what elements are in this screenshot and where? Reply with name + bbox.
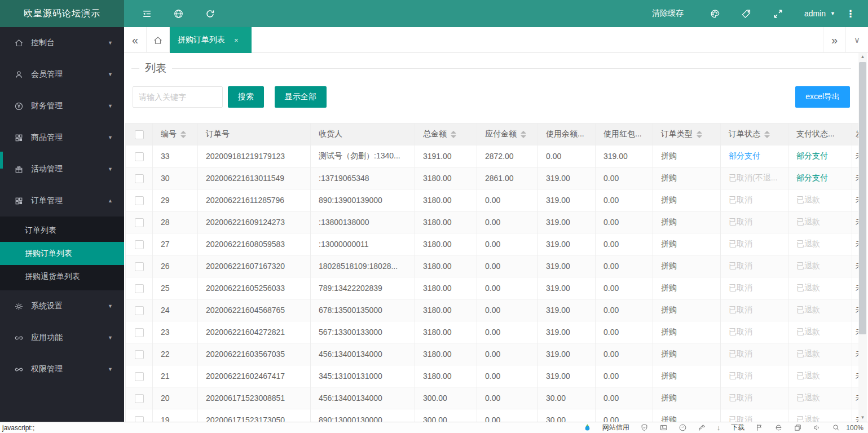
column-label: 总金额	[423, 129, 447, 139]
sort-icon[interactable]	[451, 131, 456, 138]
submenu-item-0[interactable]: 订单列表	[0, 219, 124, 242]
sidebar-item-6[interactable]: 系统设置	[0, 290, 124, 322]
tabs-scroll-right-button[interactable]	[823, 27, 845, 53]
sort-icon[interactable]	[697, 131, 702, 138]
home-tab[interactable]	[147, 27, 170, 53]
scroll-down-arrow[interactable]	[858, 414, 867, 422]
gauge-icon[interactable]	[678, 423, 687, 432]
refresh-icon[interactable]	[194, 8, 226, 19]
sidebar-item-3[interactable]: 商品管理	[0, 122, 124, 153]
down-arrow-icon[interactable]	[717, 423, 721, 432]
sort-icon[interactable]	[764, 131, 770, 138]
search-button[interactable]: 搜索	[228, 86, 264, 108]
row-select-cell	[126, 211, 153, 233]
user-menu[interactable]: admin	[804, 9, 835, 18]
vertical-scrollbar[interactable]	[858, 53, 867, 422]
column-header-3[interactable]: 总金额	[415, 123, 477, 145]
row-select-cell	[126, 189, 153, 211]
drop-icon[interactable]	[583, 423, 592, 432]
statusbar-label[interactable]: 下载	[731, 423, 744, 432]
palette-icon[interactable]	[699, 8, 731, 19]
sidebar-item-7[interactable]: 应用功能	[0, 322, 124, 354]
show-all-button[interactable]: 显示全部	[275, 86, 327, 108]
cell-order-status: 已取消	[721, 233, 788, 255]
row-checkbox[interactable]	[135, 262, 144, 271]
sidebar-item-4[interactable]: 活动管理	[0, 153, 124, 185]
submenu-item-2[interactable]: 拼购退货单列表	[0, 265, 124, 288]
cell-order-no: 202006221603567035	[198, 343, 311, 365]
column-header-4[interactable]: 应付金额	[477, 123, 538, 145]
magnifier-icon[interactable]	[832, 423, 840, 432]
row-checkbox[interactable]	[135, 174, 144, 183]
scroll-up-arrow[interactable]	[858, 53, 867, 61]
sidebar-item-0[interactable]: 控制台	[0, 27, 124, 59]
sort-icon[interactable]	[180, 131, 186, 138]
statusbar-label[interactable]: 网站信用	[602, 423, 629, 432]
pay-status-value[interactable]: 部分支付	[796, 151, 828, 160]
tabs-dropdown-button[interactable]	[845, 27, 868, 53]
row-checkbox[interactable]	[135, 218, 144, 227]
order-status-value[interactable]: 部分支付	[729, 151, 760, 160]
column-header-7[interactable]: 订单类型	[653, 123, 721, 145]
order-status-value: 已取消	[729, 415, 752, 422]
row-checkbox[interactable]	[135, 416, 144, 422]
sort-icon[interactable]	[521, 131, 526, 138]
submenu-item-1[interactable]: 拼购订单列表	[0, 242, 124, 265]
window-icon[interactable]	[794, 423, 802, 432]
cell-pay-status: 已退款	[788, 255, 852, 277]
cell-ship-status: 未发货	[852, 277, 859, 299]
more-menu-icon[interactable]	[841, 8, 860, 20]
cell-ship-status: 未发货	[852, 189, 859, 211]
sidebar-item-label: 财务管理	[31, 101, 63, 111]
row-checkbox[interactable]	[135, 394, 144, 403]
toolbar: 搜索 显示全部 excel导出	[133, 86, 850, 108]
sidebar-item-8[interactable]: 权限管理	[0, 354, 124, 385]
sidebar-item-2[interactable]: 财务管理	[0, 90, 124, 122]
excel-export-button[interactable]: excel导出	[795, 86, 850, 108]
row-checkbox[interactable]	[135, 284, 144, 293]
picture-icon[interactable]	[659, 423, 668, 432]
shield-icon[interactable]	[640, 423, 649, 432]
rocket-icon[interactable]	[698, 423, 706, 432]
tab-pingou-order-list[interactable]: 拼购订单列表	[170, 27, 252, 53]
scrollbar-thumb[interactable]	[859, 62, 866, 334]
search-input[interactable]	[133, 86, 223, 108]
pay-status-value[interactable]: 部分支付	[796, 173, 828, 182]
row-checkbox[interactable]	[135, 196, 144, 205]
speaker-icon[interactable]	[813, 423, 821, 432]
main-content: 列表 搜索 显示全部 excel导出 编号订单号收货人总金额应付金额使用余额..…	[124, 53, 868, 422]
cell-payable: 0.00	[477, 233, 538, 255]
cell-pay-status: 已退款	[788, 409, 852, 422]
column-header-8[interactable]: 订单状态	[721, 123, 788, 145]
sidebar-item-label: 权限管理	[31, 364, 63, 374]
row-checkbox[interactable]	[135, 372, 144, 381]
table-row: 20202006171523008851456:13400134000300.0…	[126, 387, 859, 409]
cell-ship-status: 未发货	[852, 145, 859, 167]
sidebar-item-1[interactable]: 会员管理	[0, 59, 124, 90]
tag-icon[interactable]	[731, 8, 763, 19]
tab-close-icon[interactable]	[234, 36, 239, 45]
clear-cache-button[interactable]: 清除缓存	[652, 8, 684, 19]
row-checkbox[interactable]	[135, 350, 144, 359]
column-header-0[interactable]: 编号	[153, 123, 198, 145]
cell-id: 27	[153, 233, 198, 255]
cell-order-no: 202006171523173050	[198, 409, 311, 422]
globe-icon[interactable]	[162, 8, 194, 19]
row-checkbox[interactable]	[135, 306, 144, 315]
flag-icon[interactable]	[755, 423, 764, 432]
cell-ship-status: 未发货	[852, 255, 859, 277]
cell-type: 拼购	[653, 343, 721, 365]
cell-ship-status: 未发货	[852, 343, 859, 365]
menu-fold-icon[interactable]	[131, 8, 162, 19]
select-all-checkbox[interactable]	[135, 130, 144, 139]
fullscreen-icon[interactable]	[763, 8, 794, 19]
row-checkbox[interactable]	[135, 240, 144, 249]
zoom-level[interactable]: 100%	[846, 424, 868, 432]
cell-total: 3180.00	[415, 343, 477, 365]
ie-icon[interactable]	[774, 423, 783, 432]
sidebar-item-5[interactable]: 订单管理	[0, 185, 124, 216]
row-checkbox[interactable]	[135, 328, 144, 337]
tabs-scroll-left-button[interactable]	[124, 27, 147, 53]
row-checkbox[interactable]	[135, 152, 144, 161]
cell-order-no: 202006221604568765	[198, 299, 311, 321]
